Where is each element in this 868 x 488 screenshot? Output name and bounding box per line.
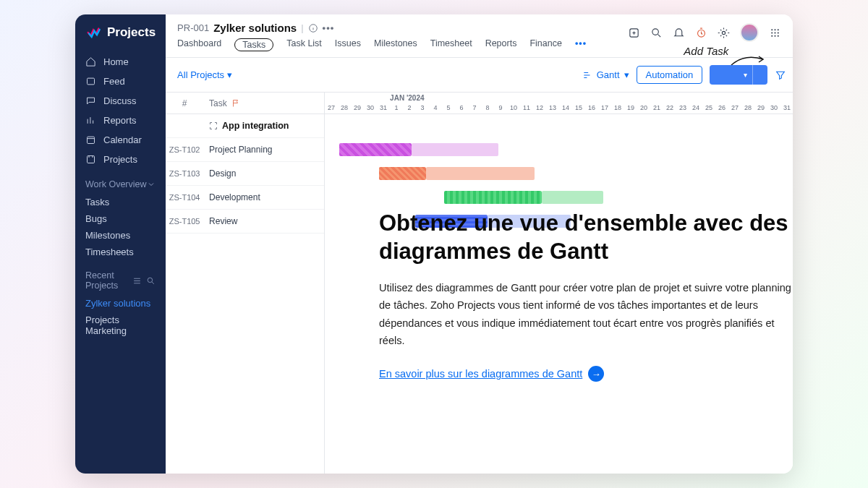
tabs-more-icon[interactable]: ••• (575, 38, 587, 51)
month-label: JAN '2024 (390, 94, 424, 102)
nav-primary: Home Feed Discuss Reports Calendar Proje… (75, 52, 166, 169)
gantt-bar[interactable] (426, 167, 535, 180)
nav-discuss[interactable]: Discuss (85, 91, 156, 111)
chevron-down-icon: ▾ (227, 69, 232, 80)
day-label: 30 (767, 104, 780, 111)
info-icon[interactable] (308, 23, 318, 33)
nav-label: Calendar (103, 134, 142, 145)
addtask-wrap: Add Task ▾ (710, 65, 767, 85)
day-label: 8 (481, 104, 494, 111)
bar-row-group (325, 114, 793, 138)
gantt-bar[interactable] (542, 191, 603, 204)
calendar-icon (85, 134, 96, 145)
more-icon[interactable]: ••• (323, 22, 335, 33)
avatar[interactable] (740, 23, 759, 42)
row-task: Review (203, 216, 324, 226)
plus-icon[interactable] (628, 27, 640, 39)
day-label: 27 (728, 104, 741, 111)
overlay-link[interactable]: En savoir plus sur les diagrammes de Gan… (379, 366, 604, 382)
gantt-bar[interactable] (379, 167, 426, 180)
tab-dashboard[interactable]: Dashboard (177, 38, 221, 51)
work-bugs[interactable]: Bugs (75, 210, 166, 227)
search-icon[interactable] (146, 276, 156, 286)
tab-tasks[interactable]: Tasks (234, 38, 273, 51)
nav-calendar[interactable]: Calendar (85, 130, 156, 150)
day-label: 14 (559, 104, 572, 111)
table-row[interactable]: ZS-T104Development (166, 186, 324, 210)
work-overview-header[interactable]: Work Overview (75, 169, 166, 194)
add-task-dropdown[interactable]: ▾ (738, 65, 752, 85)
work-milestones[interactable]: Milestones (75, 227, 166, 244)
day-label: 9 (494, 104, 507, 111)
overlay-link-text: En savoir plus sur les diagrammes de Gan… (379, 368, 582, 380)
home-icon (85, 56, 96, 67)
svg-point-12 (771, 32, 773, 33)
nav-feed[interactable]: Feed (85, 72, 156, 91)
nav-label: Discuss (103, 95, 137, 106)
tab-timesheet[interactable]: Timesheet (430, 38, 472, 51)
add-task-button[interactable]: ▾ (710, 65, 767, 85)
bell-icon[interactable] (673, 27, 685, 39)
nav-label: Projects (103, 154, 137, 165)
section-title: Recent Projects (85, 270, 132, 291)
table-header: # Task (166, 93, 324, 114)
svg-point-15 (771, 35, 773, 36)
nav-label: Reports (103, 115, 137, 126)
tab-reports[interactable]: Reports (485, 38, 517, 51)
svg-point-16 (774, 35, 775, 36)
gantt-bar[interactable] (339, 143, 412, 156)
day-label: 5 (442, 104, 455, 111)
nav-home[interactable]: Home (85, 52, 156, 72)
feed-icon (85, 76, 96, 87)
day-label: 17 (598, 104, 611, 111)
nav-label: Home (103, 56, 129, 67)
reports-icon (85, 115, 96, 126)
table-row[interactable]: ZS-T102Project Planning (166, 138, 324, 162)
brand: Projects (75, 25, 166, 52)
table-row[interactable]: ZS-T105Review (166, 210, 324, 234)
marketing-overlay: Obtenez une vue d'ensemble avec des diag… (379, 210, 793, 382)
day-label: 2 (403, 104, 416, 111)
table-row[interactable]: ZS-T103Design (166, 162, 324, 186)
automation-button[interactable]: Automation (637, 66, 703, 84)
work-timesheets[interactable]: Timesheets (75, 244, 166, 260)
svg-point-10 (774, 29, 775, 30)
bar-row (325, 162, 793, 186)
svg-rect-2 (88, 156, 95, 163)
search-icon[interactable] (650, 27, 663, 39)
filter-icon[interactable] (775, 69, 786, 81)
projects-icon (85, 154, 96, 165)
day-label: 1 (390, 104, 403, 111)
gantt-bar[interactable] (412, 143, 498, 156)
row-id: ZS-T104 (166, 193, 203, 202)
nav-projects[interactable]: Projects (85, 150, 156, 169)
view-gantt-dropdown[interactable]: Gantt ▾ (582, 69, 629, 80)
day-label: 28 (741, 104, 754, 111)
timer-icon[interactable] (695, 27, 707, 39)
all-projects-dropdown[interactable]: All Projects ▾ (177, 69, 232, 80)
day-label: 21 (650, 104, 663, 111)
section-title: Work Overview (85, 179, 147, 189)
row-task: Design (203, 168, 324, 179)
tab-tasklist[interactable]: Task List (286, 38, 322, 51)
day-label: 18 (611, 104, 624, 111)
nav-reports[interactable]: Reports (85, 111, 156, 130)
grid-icon[interactable] (769, 27, 781, 39)
header-actions (628, 23, 781, 42)
day-label: 27 (325, 104, 338, 111)
recent-project-zylker[interactable]: Zylker solutions (75, 295, 166, 312)
recent-project-marketing[interactable]: Projects Marketing (75, 312, 166, 339)
tab-milestones[interactable]: Milestones (374, 38, 417, 51)
work-tasks[interactable]: Tasks (75, 194, 166, 210)
chevron-down-icon (147, 180, 156, 189)
task-group[interactable]: App integration (166, 114, 324, 138)
app-window: Projects Home Feed Discuss Reports Calen… (75, 14, 793, 474)
sliders-icon[interactable] (132, 276, 142, 286)
gear-icon[interactable] (718, 27, 730, 39)
toolbar: All Projects ▾ Gantt ▾ Automation Add Ta… (166, 58, 793, 92)
day-label: 31 (377, 104, 390, 111)
row-id: ZS-T105 (166, 217, 203, 226)
gantt-bar[interactable] (444, 191, 542, 204)
tab-finance[interactable]: Finance (529, 38, 561, 51)
tab-issues[interactable]: Issues (335, 38, 361, 51)
